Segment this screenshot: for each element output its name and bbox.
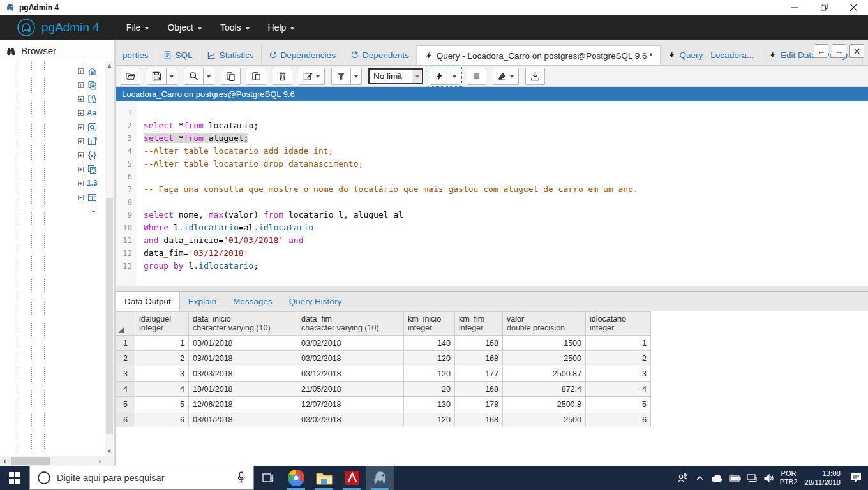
cell-data_fim[interactable]: 12/07/2018 [297,397,404,412]
row-limit-select[interactable]: No limit [368,68,423,84]
cell-km_inicio[interactable]: 130 [404,397,455,412]
clock[interactable]: 13:08 28/11/2018 [802,469,843,487]
download-results-button[interactable] [525,68,545,85]
taskbar-app-chrome[interactable] [282,466,310,490]
tree-node-books-icon[interactable]: + [78,93,97,105]
scrollbar-thumb[interactable] [11,457,50,465]
expand-icon[interactable]: + [78,138,84,144]
paste-button[interactable] [246,68,266,85]
execute-dropdown-button[interactable] [449,68,460,85]
cell-data_fim[interactable]: 03/12/2018 [297,366,404,382]
cell-idlocatario[interactable]: 6 [586,412,651,427]
expand-icon[interactable]: + [78,96,84,102]
onedrive-icon[interactable] [711,473,724,482]
taskbar-app-file-explorer[interactable] [310,466,338,490]
cell-idaluguel[interactable]: 6 [135,412,189,427]
cell-data_inicio[interactable]: 03/01/2018 [189,336,297,351]
sql-editor[interactable]: 12345678910111213 select *from locatario… [116,101,868,286]
tab-perties[interactable]: perties [116,45,156,65]
cell-km_fim[interactable]: 168 [455,336,503,351]
tree-node-documents-icon[interactable]: + [78,79,97,91]
cell-km_inicio[interactable]: 120 [404,351,455,366]
cell-data_fim[interactable]: 03/02/2018 [297,351,404,366]
start-button[interactable] [0,466,29,490]
select-all-corner[interactable] [116,312,135,336]
column-header-km_inicio[interactable]: km_iniciointeger [404,312,455,336]
cell-data_inicio[interactable]: 18/01/2018 [189,382,297,397]
close-button[interactable] [839,0,868,15]
cell-idlocatario[interactable]: 1 [586,336,651,351]
row-number[interactable]: 3 [116,366,135,382]
cell-idlocatario[interactable]: 3 [586,366,651,382]
cell-data_fim[interactable]: 21/05/2018 [297,382,404,397]
expand-icon[interactable]: + [78,124,84,130]
cell-data_inicio[interactable]: 12/06/2018 [189,397,297,412]
tree-node-fts-window-icon[interactable]: + [78,135,97,147]
row-number[interactable]: 4 [116,382,135,397]
tab-statistics[interactable]: Statistics [200,45,262,65]
taskbar-app-adobe-reader[interactable] [338,466,366,490]
browser-tree[interactable]: ++++Aa+++++1.3−− [0,61,114,466]
cell-data_fim[interactable]: 03/02/2018 [297,336,404,351]
expand-icon[interactable]: + [78,152,84,158]
tab-query-locadora[interactable]: Query - Locadora... [661,45,761,65]
cell-data_inicio[interactable]: 03/01/2018 [189,412,297,427]
cell-km_fim[interactable]: 168 [455,382,503,397]
cell-valor[interactable]: 872.4 [503,382,586,397]
column-header-valor[interactable]: valordouble precision [503,312,586,336]
task-view-button[interactable] [254,466,282,490]
cell-idaluguel[interactable]: 3 [135,366,189,382]
taskbar-search-input[interactable]: Digite aqui para pesquisar [29,466,254,490]
tab-close-button[interactable]: ✕ [849,44,864,58]
cancel-query-button[interactable] [467,68,486,85]
row-limit-dropdown-icon[interactable] [412,70,422,83]
tab-dependents[interactable]: Dependents [343,45,417,65]
cell-valor[interactable]: 2500.8 [503,397,586,412]
find-dropdown-button[interactable] [204,68,214,85]
cell-idlocatario[interactable]: 4 [586,382,651,397]
output-tab-explain[interactable]: Explain [180,292,225,311]
tab-nav-back-button[interactable]: ← [814,44,828,58]
taskbar-app-pgadmin[interactable] [366,466,394,490]
tree-node-table-icon[interactable]: − [78,191,97,203]
cell-km_fim[interactable]: 177 [455,366,503,382]
tree-node-search-square-icon[interactable]: + [78,121,97,133]
minimize-button[interactable] [780,0,809,15]
language-indicator[interactable]: POR PTB2 [780,470,798,486]
chevron-up-icon[interactable] [694,474,707,482]
cell-data_fim[interactable]: 03/02/2018 [297,412,404,427]
cell-km_fim[interactable]: 178 [455,397,503,412]
scroll-right-icon[interactable]: › [95,456,105,466]
cell-km_fim[interactable]: 168 [455,412,503,427]
tree-node-sequence-text[interactable]: +1.3 [78,177,98,189]
cell-idlocatario[interactable]: 2 [586,351,651,366]
cell-km_fim[interactable]: 168 [455,351,503,366]
save-button[interactable] [147,68,167,85]
output-tab-messages[interactable]: Messages [225,292,281,311]
menu-tools[interactable]: Tools [211,15,259,40]
battery-icon[interactable] [728,474,741,482]
cell-idaluguel[interactable]: 5 [135,397,189,412]
delete-row-button[interactable] [273,68,292,85]
scroll-left-icon[interactable]: ‹ [0,456,10,466]
collapse-icon[interactable]: − [78,195,84,200]
cell-km_inicio[interactable]: 20 [404,382,455,397]
column-header-idlocatario[interactable]: idlocatariointeger [586,312,651,336]
collapse-icon[interactable]: − [91,209,96,214]
tab-dependencies[interactable]: Dependencies [262,45,343,65]
tree-node-layers-icon[interactable]: + [78,163,97,175]
cell-km_inicio[interactable]: 120 [404,366,455,382]
clear-button[interactable] [493,68,519,85]
expand-icon[interactable]: + [78,68,84,74]
microphone-icon[interactable] [237,471,246,485]
scroll-up-icon[interactable]: ▲ [105,61,114,70]
tab-query-locadora-carro-on-postgres-postgresql-9-6[interactable]: Query - Locadora_Carro on postgres@Postg… [417,45,661,65]
execute-query-button[interactable] [430,68,449,85]
cell-valor[interactable]: 2500 [503,351,586,366]
open-file-button[interactable] [121,68,140,85]
output-tab-data-output[interactable]: Data Output [116,292,180,311]
column-header-km_fim[interactable]: km_fiminteger [455,312,503,336]
tree-node-home-icon[interactable]: + [78,65,97,77]
cell-idaluguel[interactable]: 1 [135,336,189,351]
expand-icon[interactable]: + [78,110,84,116]
